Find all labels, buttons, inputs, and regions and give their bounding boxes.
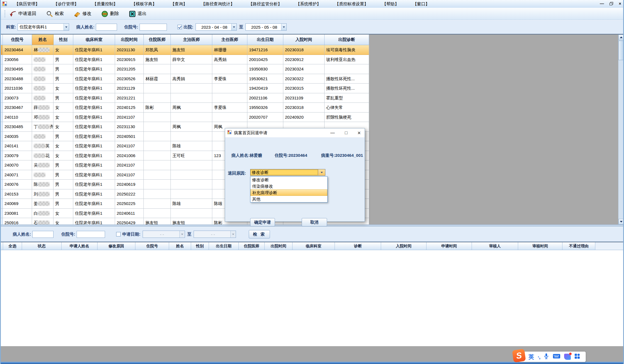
cell-department: 住院老年病科1 [73, 74, 115, 84]
menu-item[interactable]: 【诊疗管理】 [53, 1, 79, 7]
inpatient-no-input-bottom[interactable] [77, 231, 105, 238]
chevron-down-icon[interactable] [318, 169, 325, 175]
cell-attending-doctor [171, 84, 212, 93]
inpatient-no-input[interactable] [140, 24, 167, 31]
column-header[interactable]: 主任医师 [212, 35, 247, 45]
column-header[interactable]: 姓名 [169, 242, 191, 250]
patient-name-input-bottom[interactable] [32, 231, 53, 238]
dialog-title-bar[interactable]: 病案首页回退申请 — □ × [225, 128, 365, 137]
column-header[interactable]: 不通过理由 [562, 242, 595, 250]
column-header[interactable]: 住院医师 [239, 242, 265, 250]
dropdown-option[interactable]: 传染病修改 [250, 183, 327, 189]
chevron-down-icon [230, 231, 236, 238]
microphone-icon[interactable] [543, 353, 549, 361]
column-header[interactable]: 临床科室 [73, 35, 115, 45]
dropdown-option[interactable]: 补充病理诊断 [250, 189, 327, 196]
exit-icon [129, 11, 136, 17]
menu-item[interactable]: 【病历管理】 [14, 1, 40, 7]
search-button[interactable]: 检索 [45, 10, 65, 18]
column-header[interactable]: 出院时间 [115, 35, 144, 45]
menu-item[interactable]: 【窗口】 [413, 1, 430, 7]
confirm-request-button[interactable]: 确定申请 [250, 218, 275, 226]
dialog-title: 病案首页回退申请 [234, 130, 267, 136]
chevron-down-icon[interactable] [231, 24, 237, 30]
column-header[interactable]: 住院医师 [144, 35, 171, 45]
column-header[interactable]: 申请时间 [426, 242, 472, 250]
menu-item[interactable]: 【系统维护】 [296, 1, 321, 7]
exit-button[interactable]: 退出 [128, 10, 148, 18]
edit-button[interactable]: 修改 [73, 10, 92, 18]
punctuation-icon[interactable]: ·, [538, 354, 540, 360]
cell-birth-date: 20020707 [247, 113, 283, 122]
column-header[interactable]: 申请人姓名 [62, 242, 98, 250]
inpatient-no-label: 住院号: [61, 232, 75, 237]
patient-name-input[interactable] [96, 24, 117, 31]
cell-name [32, 55, 53, 65]
table-row[interactable]: 240110 邓 女 住院老年病科1 20241107 20020707 202… [0, 113, 369, 122]
chevron-down-icon[interactable] [64, 24, 69, 30]
column-header[interactable]: 全选 [3, 242, 22, 250]
minimize-button[interactable]: — [600, 1, 604, 6]
search-submit-button[interactable]: 检 索 [249, 230, 270, 238]
column-header[interactable]: 修改原因 [98, 242, 135, 250]
menu-item[interactable]: 【模板字典】 [131, 1, 157, 7]
menu-item[interactable]: 【质控标准设置】 [335, 1, 368, 7]
redacted-name [38, 192, 50, 196]
table-row[interactable]: 20230488 男 住院老年病科1 20230526 林丽霞 高秀娟 李爱珠 … [0, 74, 369, 84]
column-header[interactable]: 入院时间 [381, 242, 426, 250]
column-header[interactable]: 临床科室 [292, 242, 335, 250]
apply-date-checkbox[interactable] [116, 232, 121, 236]
discharge-date-to[interactable]: 2025 - 05 - 08 [245, 23, 287, 31]
keyboard-icon[interactable] [553, 353, 560, 360]
table-row[interactable]: 20211036 女 住院老年病科1 20231129 19420419 202… [0, 84, 369, 93]
column-header[interactable]: 性别 [53, 35, 73, 45]
restore-button[interactable] [610, 2, 613, 5]
column-header[interactable]: 出院诊断 [325, 35, 369, 45]
sogou-logo-icon[interactable]: S [512, 349, 526, 363]
menu-item[interactable]: 【路径监管分析】 [248, 1, 282, 7]
cell-attending-doctor [171, 160, 212, 170]
column-header[interactable]: 性别 [191, 242, 209, 250]
column-header[interactable]: 状态 [22, 242, 62, 250]
table-row[interactable]: 230056 男 住院老年病科1 20230915 施友恒 薛华文 高秀娟 20… [0, 55, 369, 65]
reason-combobox[interactable]: 修改诊断 [250, 169, 325, 176]
menu-item[interactable]: 【查询】 [170, 1, 187, 7]
apply-date-from[interactable]: - - [143, 231, 185, 238]
table-row[interactable]: 20230467 薛 女 住院老年病科1 20240125 陈彬 周枫 李爱珠 … [0, 103, 369, 113]
delete-button[interactable]: 删除 [100, 10, 120, 18]
column-header[interactable]: 入院时间 [283, 35, 325, 45]
menu-item[interactable]: 【质量控制】 [92, 1, 118, 7]
dropdown-option[interactable]: 修改诊断 [250, 177, 327, 183]
column-header[interactable]: 审核人 [472, 242, 518, 250]
ime-language-toggle[interactable]: 英 [528, 353, 534, 361]
dialog-maximize-button[interactable]: □ [345, 131, 348, 135]
column-header[interactable]: 出生日期 [247, 35, 283, 45]
dropdown-option[interactable]: 其他 [250, 196, 327, 202]
column-header[interactable]: 审核时间 [518, 242, 562, 250]
dialog-minimize-button[interactable]: — [330, 131, 335, 135]
discharge-date-checkbox[interactable] [177, 25, 182, 29]
table-row[interactable]: 20230464 林 女 住院老年病科1 20231130 郑凯凤 施友恒 林珊… [0, 45, 369, 55]
menu-item[interactable]: 【帮助】 [382, 1, 399, 7]
cancel-button[interactable]: 取消 [302, 218, 327, 226]
menu-item[interactable]: 【路径查询统计】 [201, 1, 235, 7]
column-header[interactable]: 主治医师 [171, 35, 212, 45]
column-header[interactable]: 出院时间 [265, 242, 292, 250]
discharge-date-from[interactable]: 2023 - 04 - 08 [196, 23, 237, 31]
column-header[interactable]: 诊断 [335, 242, 381, 250]
table-row[interactable]: 230073 男 住院老年病科1 20231221 20021106 20231… [0, 93, 369, 103]
table-row[interactable]: 20230495 男 住院老年病科1 20231205 19350830 202… [0, 64, 369, 74]
chevron-down-icon[interactable] [281, 24, 286, 30]
redacted-name [34, 144, 45, 148]
request-return-button[interactable]: 申请退回 [9, 10, 37, 18]
close-button[interactable]: × [619, 1, 621, 6]
column-header[interactable]: 姓名 [32, 35, 53, 45]
column-header[interactable]: 住院号 [3, 35, 32, 45]
skin-icon[interactable] [564, 354, 571, 360]
column-header[interactable]: 住院号 [135, 242, 169, 250]
apply-date-to[interactable]: - - [194, 231, 236, 238]
dept-select[interactable]: 住院老年病科1 [18, 23, 69, 31]
dialog-close-button[interactable]: × [357, 131, 361, 135]
toolbox-grid-icon[interactable] [574, 353, 580, 360]
column-header[interactable]: 出生日期 [209, 242, 239, 250]
